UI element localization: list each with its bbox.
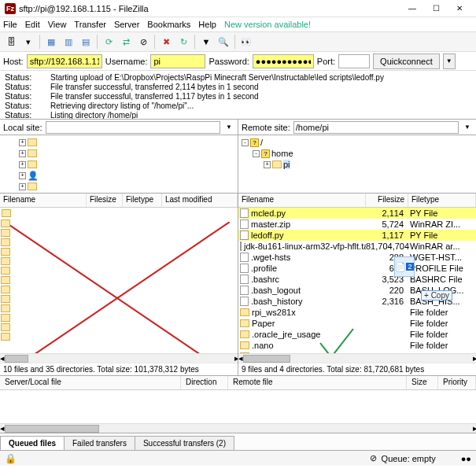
quickconnect-button[interactable]: Quickconnect xyxy=(373,53,440,69)
tab-queued[interactable]: Queued files xyxy=(0,436,65,450)
toggle-queue-icon[interactable]: ▤ xyxy=(78,34,94,50)
remote-path-input[interactable] xyxy=(293,121,459,134)
transfer-tabs: Queued files Failed transfers Successful… xyxy=(0,433,476,450)
message-log: Status:Starting upload of E:\Dropbox\Pro… xyxy=(0,71,476,120)
window-title: sftp://pi@192.168.1.115 - FileZilla xyxy=(19,4,400,13)
sync-icon[interactable]: ⟳ xyxy=(101,34,116,50)
remote-hscroll[interactable]: ◂▸ xyxy=(238,353,476,363)
app-icon: Fz xyxy=(5,3,16,14)
host-label: Host: xyxy=(3,57,24,66)
remote-tree[interactable]: -?/ -?home +pi xyxy=(238,135,476,193)
sitemanager-icon[interactable]: 🗄 xyxy=(3,34,19,50)
menu-update[interactable]: New version available! xyxy=(224,20,311,29)
local-path-dropdown[interactable]: ▼ xyxy=(223,124,234,131)
svg-line-1 xyxy=(5,222,230,353)
maximize-button[interactable]: ☐ xyxy=(424,1,448,17)
menubar: File Edit View Transfer Server Bookmarks… xyxy=(0,17,476,31)
transfer-columns[interactable]: Server/Local file Direction Remote file … xyxy=(0,376,476,390)
local-tree[interactable]: + + + +👤 + xyxy=(0,135,238,193)
dropdown-icon[interactable]: ▾ xyxy=(20,34,36,50)
local-site-label: Local site: xyxy=(3,123,42,132)
table-row[interactable]: .. xyxy=(238,351,476,353)
transfer-queue[interactable] xyxy=(0,390,476,423)
remote-file-pane: Filename Filesize Filetype mcled.py2,114… xyxy=(238,194,476,375)
host-input[interactable] xyxy=(27,54,102,68)
search-icon[interactable]: 🔍 xyxy=(216,34,231,50)
menu-server[interactable]: Server xyxy=(114,20,139,29)
table-row[interactable]: .oracle_jre_usageFile folder xyxy=(238,329,476,340)
remote-site-label: Remote site: xyxy=(242,123,290,132)
local-hscroll[interactable]: ◂▸ xyxy=(0,353,238,363)
table-row[interactable]: jdk-8u161-linux-arm32-vfp-hflt.tar.gz81,… xyxy=(238,241,476,252)
statusbar: 🔒 ⊘ Queue: empty ●● xyxy=(0,450,476,466)
toggle-log-icon[interactable]: ▦ xyxy=(43,34,59,50)
local-columns[interactable]: Filename Filesize Filetype Last modified xyxy=(0,194,238,208)
menu-edit[interactable]: Edit xyxy=(25,20,40,29)
table-row[interactable]: rpi_ws281xFile folder xyxy=(238,307,476,318)
table-row[interactable]: .profile675PROFILE File xyxy=(238,263,476,274)
tab-success[interactable]: Successful transfers (2) xyxy=(135,436,234,450)
remote-path-dropdown[interactable]: ▼ xyxy=(462,124,473,131)
port-input[interactable] xyxy=(338,54,370,68)
tree-panes: + + + +👤 + -?/ -?home +pi xyxy=(0,135,476,194)
table-row[interactable]: .wget-hsts288WGET-HST... xyxy=(238,252,476,263)
close-button[interactable]: ✕ xyxy=(448,1,471,17)
table-row[interactable]: .bash_logout220BASH_LOG... xyxy=(238,285,476,296)
minimize-button[interactable]: — xyxy=(400,1,424,17)
svg-line-0 xyxy=(5,222,230,353)
queue-icon: ⊘ xyxy=(370,453,377,463)
table-row[interactable]: .bash_history2,316BASH_HIS... xyxy=(238,296,476,307)
remote-columns[interactable]: Filename Filesize Filetype xyxy=(238,194,476,208)
quickconnect-bar: Host: Username: Password: Port: Quickcon… xyxy=(0,52,476,71)
file-list-panes: Filename Filesize Filetype Last modified… xyxy=(0,194,476,376)
table-row[interactable]: .nanoFile folder xyxy=(238,340,476,351)
menu-bookmarks[interactable]: Bookmarks xyxy=(147,20,190,29)
remote-file-list[interactable]: mcled.py2,114PY Filemaster.zip5,724WinRA… xyxy=(238,208,476,353)
lock-icon[interactable]: 🔒 xyxy=(5,453,17,464)
local-file-list[interactable] xyxy=(0,208,238,353)
disconnect-icon[interactable]: ✖ xyxy=(158,34,174,50)
transfer-hscroll[interactable]: ◂▸ xyxy=(0,423,476,433)
menu-transfer[interactable]: Transfer xyxy=(74,20,106,29)
compare-icon[interactable]: ⇄ xyxy=(118,34,134,50)
port-label: Port: xyxy=(317,57,335,66)
remote-status: 9 files and 4 directories. Total size: 8… xyxy=(238,363,476,375)
queue-status: Queue: empty xyxy=(382,454,436,463)
table-row[interactable]: .bashrc3,523BASHRC File xyxy=(238,274,476,285)
password-input[interactable] xyxy=(253,54,314,68)
reconnect-icon[interactable]: ↻ xyxy=(175,34,191,50)
username-input[interactable] xyxy=(150,54,205,68)
menu-view[interactable]: View xyxy=(48,20,67,29)
quickconnect-dropdown[interactable]: ▼ xyxy=(443,53,456,69)
table-row[interactable]: PaperFile folder xyxy=(238,318,476,329)
toggle-tree-icon[interactable]: ▥ xyxy=(61,34,76,50)
local-file-pane: Filename Filesize Filetype Last modified… xyxy=(0,194,238,375)
site-path-bar: Local site: ▼ Remote site: ▼ xyxy=(0,120,476,135)
table-row[interactable]: mcled.py2,114PY File xyxy=(238,208,476,219)
table-row[interactable]: ledoff.py1,117PY File xyxy=(238,230,476,241)
local-status: 10 files and 35 directories. Total size:… xyxy=(0,363,238,375)
cancel-icon[interactable]: ⊘ xyxy=(135,34,151,50)
toolbar: 🗄 ▾ ▦ ▥ ▤ ⟳ ⇄ ⊘ ✖ ↻ ▼ 🔍 👀 xyxy=(0,31,476,52)
pass-label: Password: xyxy=(208,57,249,66)
local-path-input[interactable] xyxy=(46,121,220,134)
binoculars-icon[interactable]: 👀 xyxy=(238,34,254,50)
tab-failed[interactable]: Failed transfers xyxy=(64,436,135,450)
user-label: Username: xyxy=(105,57,148,66)
filter-icon[interactable]: ▼ xyxy=(198,34,214,50)
table-row[interactable]: master.zip5,724WinRAR ZI... xyxy=(238,219,476,230)
menu-file[interactable]: File xyxy=(3,20,17,29)
status-dot: ●● xyxy=(461,454,471,463)
titlebar: Fz sftp://pi@192.168.1.115 - FileZilla —… xyxy=(0,0,476,17)
menu-help[interactable]: Help xyxy=(198,20,216,29)
